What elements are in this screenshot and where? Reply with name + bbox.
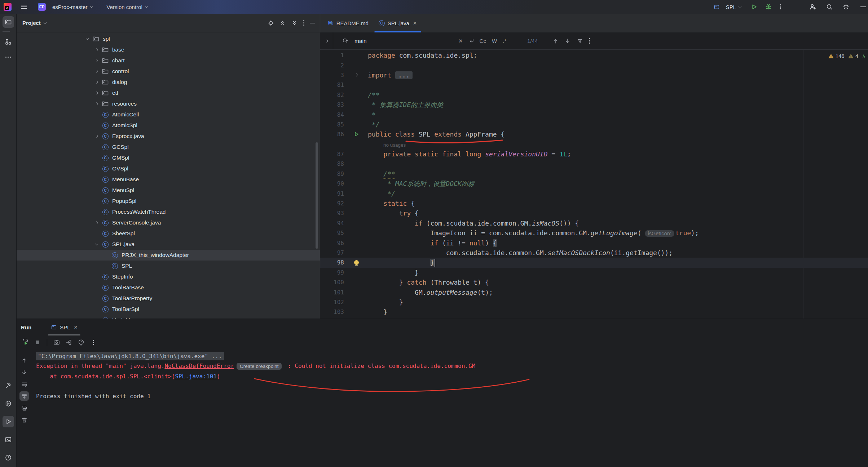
tree-item-ServerConsole.java[interactable]: CServerConsole.java [17, 217, 320, 228]
run-tab-spl[interactable]: SPL ✕ [47, 319, 81, 335]
strip-project-folder-icon[interactable] [3, 16, 14, 28]
tree-item-ToolBarSpl[interactable]: CToolBarSpl [17, 304, 320, 315]
tree-item-MenuSpl[interactable]: CMenuSpl [17, 185, 320, 196]
tree-item-ToolBarBase[interactable]: CToolBarBase [17, 282, 320, 293]
chevron-down-icon[interactable] [44, 21, 47, 24]
run-toolbar-rerun-icon[interactable] [20, 337, 30, 347]
tab-readme[interactable]: M↓ README.md [323, 14, 374, 32]
tree-item-GVSpl[interactable]: CGVSpl [17, 163, 320, 174]
console-soft-wrap-icon[interactable] [19, 379, 29, 389]
strip-build-icon[interactable] [3, 380, 14, 391]
tree-scrollbar[interactable] [316, 142, 318, 249]
line-number: 83 [320, 101, 349, 108]
tree-item-control[interactable]: control [17, 66, 320, 77]
tree-chevron-icon[interactable] [92, 59, 101, 62]
run-toolbar-attach-icon[interactable] [64, 337, 74, 347]
tree-chevron-icon[interactable] [92, 243, 101, 245]
regex-toggle[interactable]: .* [503, 38, 506, 44]
clear-search-icon[interactable]: ✕ [458, 38, 463, 44]
tree-item-StepInfo[interactable]: CStepInfo [17, 271, 320, 282]
tab-spl-java[interactable]: C SPL.java ✕ [374, 14, 422, 32]
vcs-selector[interactable]: Version control [103, 4, 147, 10]
tree-chevron-icon[interactable] [92, 135, 101, 137]
tree-item-PopupSpl[interactable]: CPopupSpl [17, 196, 320, 206]
previous-occurrence-icon[interactable] [552, 38, 559, 44]
strip-terminal-icon[interactable] [3, 434, 14, 445]
search-input[interactable]: main [354, 38, 458, 44]
project-selector[interactable]: esProc-master [49, 4, 93, 10]
project-collapseall-icon[interactable] [291, 20, 298, 26]
tree-chevron-icon[interactable] [83, 38, 92, 40]
close-icon[interactable]: ✕ [413, 21, 417, 26]
strip-run-icon[interactable] [3, 416, 14, 427]
tree-item-GCSpl[interactable]: CGCSpl [17, 142, 320, 152]
tree-item-resources[interactable]: resources [17, 98, 320, 109]
match-case-toggle[interactable]: Cc [480, 38, 486, 44]
tree-item-ToolBarProperty[interactable]: CToolBarProperty [17, 293, 320, 304]
strip-structure-icon[interactable] [3, 36, 14, 48]
console-up-icon[interactable] [19, 356, 29, 365]
tree-item-AtomicCell[interactable]: CAtomicCell [17, 109, 320, 120]
console-down-icon[interactable] [19, 368, 29, 377]
bulb-gutter-icon[interactable] [349, 260, 363, 265]
strip-problems-icon[interactable] [3, 452, 14, 463]
run-gutter-icon[interactable] [349, 131, 363, 137]
console-print-icon[interactable] [19, 403, 29, 413]
project-expandall-icon[interactable] [279, 20, 286, 26]
tree-item-chart[interactable]: chart [17, 55, 320, 66]
tree-chevron-icon[interactable] [92, 103, 101, 105]
run-toolbar-stop-icon[interactable] [32, 337, 43, 347]
debug-button[interactable] [765, 3, 772, 10]
tree-item-spl[interactable]: spl [17, 34, 320, 44]
run-toolbar-kebab-icon[interactable] [88, 337, 98, 347]
project-kebab-icon[interactable] [303, 20, 304, 25]
tree-item-AtomicSpl[interactable]: CAtomicSpl [17, 120, 320, 131]
tree-item-GMSpl[interactable]: CGMSpl [17, 152, 320, 163]
more-actions-icon[interactable] [780, 4, 781, 9]
tree-chevron-icon[interactable] [92, 92, 101, 94]
create-breakpoint-badge[interactable]: Create breakpoint [237, 363, 282, 370]
filter-icon[interactable] [577, 38, 583, 44]
main-menu-icon[interactable] [21, 5, 27, 9]
add-user-icon[interactable] [809, 3, 816, 10]
strip-services-icon[interactable] [3, 398, 14, 409]
fold-gutter-icon[interactable] [349, 74, 363, 76]
console-clear-icon[interactable] [19, 415, 29, 424]
project-dash-icon[interactable] [310, 23, 315, 23]
run-button[interactable] [750, 3, 758, 10]
search-field-icon[interactable] [342, 37, 349, 44]
words-toggle[interactable]: W [492, 38, 497, 44]
tree-chevron-icon[interactable] [92, 222, 101, 224]
strip-more-icon[interactable] [3, 51, 14, 63]
tree-item-SPL[interactable]: CSPL [17, 261, 320, 271]
tree-item-base[interactable]: base [17, 44, 320, 55]
project-locate-icon[interactable] [268, 20, 274, 26]
tree-item-dialog[interactable]: dialog [17, 77, 320, 88]
tree-item-SheetSpl[interactable]: CSheetSpl [17, 228, 320, 239]
tree-item-Esprocx.java[interactable]: CEsprocx.java [17, 131, 320, 142]
tree-item-SPL.java[interactable]: CSPL.java [17, 239, 320, 250]
expand-search-icon[interactable] [320, 32, 333, 49]
tree-item-PRJX_this_windowAdapter[interactable]: CPRJX_this_windowAdapter [17, 250, 320, 261]
run-config-selector[interactable]: SPL [714, 4, 741, 10]
inspections-widget[interactable]: 146 4 [828, 53, 865, 59]
tree-chevron-icon[interactable] [92, 49, 101, 51]
newline-icon[interactable] [468, 38, 475, 44]
run-toolbar-profiler-icon[interactable] [76, 337, 86, 347]
tree-item-MenuBase[interactable]: CMenuBase [17, 174, 320, 185]
tree-chevron-icon[interactable] [92, 70, 101, 72]
usages-inlay-hint[interactable]: no usages [383, 142, 406, 148]
tree-item-ProcessWatchThread[interactable]: CProcessWatchThread [17, 206, 320, 217]
search-options-icon[interactable] [589, 38, 590, 43]
stacktrace-link[interactable]: SPL.java:101 [175, 373, 217, 380]
console-scroll-to-end-icon[interactable] [19, 391, 29, 401]
settings-icon[interactable] [842, 3, 850, 10]
close-icon[interactable]: ✕ [74, 325, 78, 330]
code-editor[interactable]: 1package com.scudata.ide.spl;23import ..… [320, 50, 868, 319]
search-icon[interactable] [826, 3, 833, 10]
run-toolbar-camera-icon[interactable] [52, 337, 62, 347]
tree-chevron-icon[interactable] [92, 81, 101, 83]
tree-item-UndoM[interactable]: CUndoM [17, 315, 320, 319]
tree-item-etl[interactable]: etl [17, 88, 320, 98]
next-occurrence-icon[interactable] [564, 38, 571, 44]
